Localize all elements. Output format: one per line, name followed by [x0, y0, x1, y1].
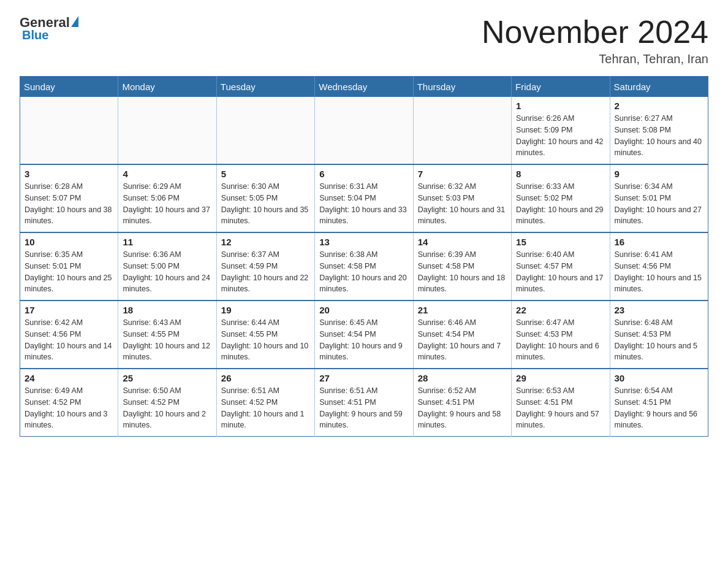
day-number: 1 [516, 101, 605, 111]
calendar-cell: 18Sunrise: 6:43 AMSunset: 4:55 PMDayligh… [118, 301, 216, 369]
day-number: 8 [516, 169, 605, 179]
day-info: Sunrise: 6:54 AMSunset: 4:51 PMDaylight:… [615, 385, 703, 431]
day-number: 13 [319, 237, 408, 247]
page-header: General Blue November 2024 Tehran, Tehra… [20, 15, 708, 66]
day-number: 23 [615, 305, 703, 315]
calendar-cell: 5Sunrise: 6:30 AMSunset: 5:05 PMDaylight… [216, 164, 314, 232]
location-subtitle: Tehran, Tehran, Iran [482, 52, 708, 66]
day-number: 10 [25, 237, 113, 247]
day-info: Sunrise: 6:27 AMSunset: 5:08 PMDaylight:… [615, 113, 703, 159]
calendar-cell: 3Sunrise: 6:28 AMSunset: 5:07 PMDaylight… [20, 164, 118, 232]
day-info: Sunrise: 6:47 AMSunset: 4:53 PMDaylight:… [516, 317, 605, 363]
calendar-cell: 16Sunrise: 6:41 AMSunset: 4:56 PMDayligh… [610, 232, 708, 301]
day-info: Sunrise: 6:45 AMSunset: 4:54 PMDaylight:… [319, 317, 408, 363]
calendar-cell: 11Sunrise: 6:36 AMSunset: 5:00 PMDayligh… [118, 232, 216, 301]
day-info: Sunrise: 6:43 AMSunset: 4:55 PMDaylight:… [123, 317, 211, 363]
weekday-header-sunday: Sunday [20, 77, 118, 98]
day-info: Sunrise: 6:35 AMSunset: 5:01 PMDaylight:… [25, 249, 113, 295]
day-info: Sunrise: 6:36 AMSunset: 5:00 PMDaylight:… [123, 249, 211, 295]
calendar-cell: 20Sunrise: 6:45 AMSunset: 4:54 PMDayligh… [315, 301, 413, 369]
calendar-cell: 13Sunrise: 6:38 AMSunset: 4:58 PMDayligh… [315, 232, 413, 301]
calendar-cell: 25Sunrise: 6:50 AMSunset: 4:52 PMDayligh… [118, 369, 216, 437]
day-number: 2 [615, 101, 703, 111]
logo: General Blue [20, 15, 80, 42]
weekday-header-saturday: Saturday [610, 77, 708, 98]
day-info: Sunrise: 6:34 AMSunset: 5:01 PMDaylight:… [615, 181, 703, 227]
day-info: Sunrise: 6:48 AMSunset: 4:53 PMDaylight:… [615, 317, 703, 363]
day-info: Sunrise: 6:38 AMSunset: 4:58 PMDaylight:… [319, 249, 408, 295]
day-number: 25 [123, 373, 211, 383]
day-info: Sunrise: 6:46 AMSunset: 4:54 PMDaylight:… [418, 317, 507, 363]
day-info: Sunrise: 6:44 AMSunset: 4:55 PMDaylight:… [221, 317, 310, 363]
calendar-cell: 6Sunrise: 6:31 AMSunset: 5:04 PMDaylight… [315, 164, 413, 232]
day-info: Sunrise: 6:52 AMSunset: 4:51 PMDaylight:… [418, 385, 507, 431]
calendar-cell: 24Sunrise: 6:49 AMSunset: 4:52 PMDayligh… [20, 369, 118, 437]
day-number: 9 [615, 169, 703, 179]
day-info: Sunrise: 6:49 AMSunset: 4:52 PMDaylight:… [25, 385, 113, 431]
day-info: Sunrise: 6:39 AMSunset: 4:58 PMDaylight:… [418, 249, 507, 295]
day-info: Sunrise: 6:40 AMSunset: 4:57 PMDaylight:… [516, 249, 605, 295]
day-info: Sunrise: 6:53 AMSunset: 4:51 PMDaylight:… [516, 385, 605, 431]
day-number: 22 [516, 305, 605, 315]
calendar-week-4: 17Sunrise: 6:42 AMSunset: 4:56 PMDayligh… [20, 301, 708, 369]
day-number: 11 [123, 237, 211, 247]
calendar-cell: 30Sunrise: 6:54 AMSunset: 4:51 PMDayligh… [610, 369, 708, 437]
calendar-cell: 28Sunrise: 6:52 AMSunset: 4:51 PMDayligh… [413, 369, 511, 437]
day-number: 20 [319, 305, 408, 315]
day-number: 18 [123, 305, 211, 315]
title-block: November 2024 Tehran, Tehran, Iran [482, 15, 708, 66]
calendar-cell: 26Sunrise: 6:51 AMSunset: 4:52 PMDayligh… [216, 369, 314, 437]
day-info: Sunrise: 6:50 AMSunset: 4:52 PMDaylight:… [123, 385, 211, 431]
day-number: 16 [615, 237, 703, 247]
day-number: 28 [418, 373, 507, 383]
logo-blue: Blue [22, 28, 48, 42]
day-info: Sunrise: 6:51 AMSunset: 4:51 PMDaylight:… [319, 385, 408, 431]
calendar-cell: 29Sunrise: 6:53 AMSunset: 4:51 PMDayligh… [512, 369, 610, 437]
day-info: Sunrise: 6:37 AMSunset: 4:59 PMDaylight:… [221, 249, 310, 295]
calendar-cell: 15Sunrise: 6:40 AMSunset: 4:57 PMDayligh… [512, 232, 610, 301]
calendar-cell: 2Sunrise: 6:27 AMSunset: 5:08 PMDaylight… [610, 97, 708, 164]
day-info: Sunrise: 6:28 AMSunset: 5:07 PMDaylight:… [25, 181, 113, 227]
day-number: 24 [25, 373, 113, 383]
calendar-week-2: 3Sunrise: 6:28 AMSunset: 5:07 PMDaylight… [20, 164, 708, 232]
weekday-header-friday: Friday [512, 77, 610, 98]
day-info: Sunrise: 6:30 AMSunset: 5:05 PMDaylight:… [221, 181, 310, 227]
calendar-table: SundayMondayTuesdayWednesdayThursdayFrid… [20, 76, 708, 437]
calendar-week-5: 24Sunrise: 6:49 AMSunset: 4:52 PMDayligh… [20, 369, 708, 437]
weekday-header-thursday: Thursday [413, 77, 511, 98]
weekday-header-monday: Monday [118, 77, 216, 98]
day-number: 6 [319, 169, 408, 179]
day-info: Sunrise: 6:32 AMSunset: 5:03 PMDaylight:… [418, 181, 507, 227]
calendar-cell: 9Sunrise: 6:34 AMSunset: 5:01 PMDaylight… [610, 164, 708, 232]
day-number: 14 [418, 237, 507, 247]
day-info: Sunrise: 6:31 AMSunset: 5:04 PMDaylight:… [319, 181, 408, 227]
calendar-cell: 4Sunrise: 6:29 AMSunset: 5:06 PMDaylight… [118, 164, 216, 232]
calendar-cell: 22Sunrise: 6:47 AMSunset: 4:53 PMDayligh… [512, 301, 610, 369]
weekday-header-tuesday: Tuesday [216, 77, 314, 98]
day-info: Sunrise: 6:41 AMSunset: 4:56 PMDaylight:… [615, 249, 703, 295]
day-number: 27 [319, 373, 408, 383]
day-number: 15 [516, 237, 605, 247]
calendar-cell: 27Sunrise: 6:51 AMSunset: 4:51 PMDayligh… [315, 369, 413, 437]
calendar-cell: 8Sunrise: 6:33 AMSunset: 5:02 PMDaylight… [512, 164, 610, 232]
day-number: 4 [123, 169, 211, 179]
calendar-cell [20, 97, 118, 164]
calendar-cell [216, 97, 314, 164]
calendar-cell: 14Sunrise: 6:39 AMSunset: 4:58 PMDayligh… [413, 232, 511, 301]
calendar-cell [413, 97, 511, 164]
calendar-cell [315, 97, 413, 164]
logo-triangle-icon [71, 16, 78, 27]
day-number: 19 [221, 305, 310, 315]
day-number: 30 [615, 373, 703, 383]
calendar-week-3: 10Sunrise: 6:35 AMSunset: 5:01 PMDayligh… [20, 232, 708, 301]
calendar-cell: 19Sunrise: 6:44 AMSunset: 4:55 PMDayligh… [216, 301, 314, 369]
calendar-cell: 1Sunrise: 6:26 AMSunset: 5:09 PMDaylight… [512, 97, 610, 164]
day-info: Sunrise: 6:29 AMSunset: 5:06 PMDaylight:… [123, 181, 211, 227]
day-number: 29 [516, 373, 605, 383]
day-number: 17 [25, 305, 113, 315]
calendar-cell: 21Sunrise: 6:46 AMSunset: 4:54 PMDayligh… [413, 301, 511, 369]
calendar-cell: 17Sunrise: 6:42 AMSunset: 4:56 PMDayligh… [20, 301, 118, 369]
month-title: November 2024 [482, 15, 708, 50]
weekday-header-row: SundayMondayTuesdayWednesdayThursdayFrid… [20, 77, 708, 98]
calendar-cell: 10Sunrise: 6:35 AMSunset: 5:01 PMDayligh… [20, 232, 118, 301]
